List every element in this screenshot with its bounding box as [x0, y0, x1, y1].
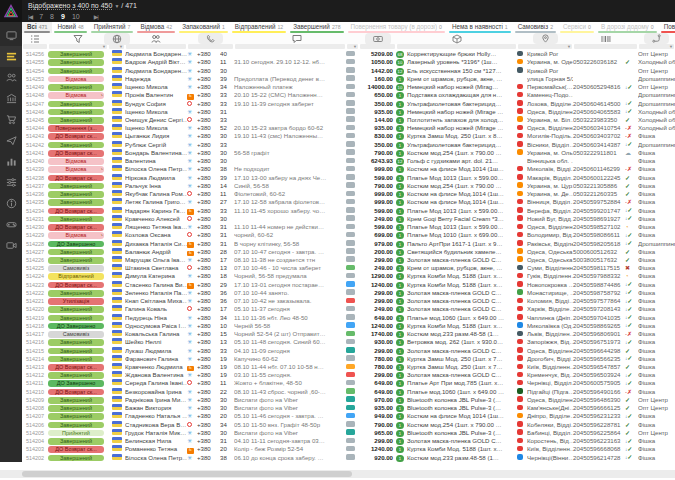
- tracking-number[interactable]: 20450597988332: [573, 272, 625, 280]
- results-range[interactable]: Відображено з 400 по 450▼/ 471: [28, 2, 137, 9]
- tracking-number[interactable]: 20450596225864: [573, 429, 625, 437]
- page-number[interactable]: 8: [50, 13, 54, 20]
- sidebar-item-shipping[interactable]: [0, 130, 22, 151]
- order-row[interactable]: 514212 Завершений◔ Жданова Валентина +38…: [22, 371, 675, 379]
- tracking-number[interactable]: 0503222911801: [573, 149, 625, 157]
- tracking-number[interactable]: 20450596223163: [573, 437, 625, 445]
- sidebar-item-video[interactable]: [0, 235, 22, 256]
- tracking-number[interactable]: 20450601146299: [573, 165, 625, 173]
- order-row[interactable]: 514234 ДО Возврат ск...◔ Надарян Каринэ …: [22, 206, 675, 214]
- order-row[interactable]: 514239 Відмова◔ Білоска Олена Петр… +380…: [22, 165, 675, 173]
- status-tab[interactable]: Новий48: [52, 22, 88, 33]
- tracking-number[interactable]: 20450598869265: [573, 322, 625, 330]
- sidebar-item-finance[interactable]: [0, 88, 22, 109]
- tracking-number[interactable]: 20450596644298: [573, 347, 625, 355]
- sidebar-item-dashboard[interactable]: [0, 25, 22, 46]
- sidebar-item-orders[interactable]: [0, 46, 22, 67]
- tracking-number[interactable]: 20450596566235: [573, 355, 625, 363]
- order-row[interactable]: 514209 Завершений◔ Раднікова Ірина Ми… +…: [22, 396, 675, 404]
- col-header-client[interactable]: [125, 34, 187, 44]
- tracking-number[interactable]: 20450603414387: [573, 141, 625, 149]
- order-row[interactable]: 514211 ДО Завершено◔ Середа Галина Івані…: [22, 379, 675, 387]
- tracking-number[interactable]: 5000600512632: [573, 248, 625, 256]
- tracking-number[interactable]: 20450596806901: [573, 330, 625, 338]
- order-row[interactable]: 514220 Завершений◔ Галина Коваль +380 17…: [22, 305, 675, 313]
- sidebar-item-stats[interactable]: [0, 151, 22, 172]
- status-tab[interactable]: Самовивіз2: [513, 22, 558, 33]
- order-row[interactable]: 514254 Завершений◔ Людмила Бондарен… +38…: [22, 66, 675, 74]
- tracking-number[interactable]: 20450598874486: [573, 281, 625, 289]
- tracking-number[interactable]: 20450600122245: [573, 174, 625, 182]
- order-row[interactable]: 514228 ДО Завершено◔ Дихавка Наталія Си……: [22, 239, 675, 247]
- tracking-number[interactable]: 20450599752884: [573, 198, 625, 206]
- tracking-number[interactable]: 20450596666125: [573, 404, 625, 412]
- tracking-number[interactable]: 0503223983350: [573, 116, 625, 124]
- tracking-number[interactable]: 20450604065583: [573, 108, 625, 116]
- status-tab[interactable]: Повернення товару (в дорозі)0: [346, 22, 447, 33]
- col-header-status[interactable]: [48, 34, 108, 44]
- order-row[interactable]: 514249 Завершений◔ Іщенко Микола +380 34…: [22, 83, 675, 91]
- order-row[interactable]: 514245 Завершений◔ Онищук Денис Сергі… +…: [22, 116, 675, 124]
- sidebar-item-clients[interactable]: [0, 67, 22, 88]
- order-row[interactable]: 514248 Відмова◔ Пронів Валентин +380 33 …: [22, 91, 675, 99]
- order-row[interactable]: 514214 Завершений◔ Фаранович Галина +380…: [22, 355, 675, 363]
- order-row[interactable]: 514242 Завершений◔ Рублюк Сергій +380 33…: [22, 141, 675, 149]
- tracking-number[interactable]: 20450603403702: [573, 132, 625, 140]
- col-header-phone[interactable]: [187, 34, 234, 44]
- sidebar-item-products[interactable]: [0, 109, 22, 130]
- tracking-number[interactable]: 20450599201747: [573, 207, 625, 215]
- sidebar-item-settings[interactable]: [0, 172, 22, 193]
- order-row[interactable]: 514236 Завершений◔ Якубчак Галина Ром… +…: [22, 190, 675, 198]
- tracking-number[interactable]: 20450598527102: [573, 223, 625, 231]
- order-row[interactable]: 514247 Завершений◔ Бундук София +380 33 …: [22, 99, 675, 107]
- tracking-number[interactable]: 20450596486390: [573, 396, 625, 404]
- tracking-number[interactable]: 20450597041035: [573, 314, 625, 322]
- order-row[interactable]: 514223 ДО Возврат ск...◔ Стасенко Галина…: [22, 281, 675, 289]
- scrollbar-thumb[interactable]: [22, 471, 352, 477]
- tracking-number[interactable]: 20450604614500: [573, 100, 625, 108]
- order-row[interactable]: 514215 Завершений◔ Лукаш Людмила +380 33…: [22, 346, 675, 354]
- col-header-country[interactable]: [108, 34, 125, 44]
- order-row[interactable]: 514206 Завершений◔ Стадникова Вера В… +3…: [22, 421, 675, 429]
- tracking-number[interactable]: 0503226036182: [573, 58, 625, 66]
- order-row[interactable]: 514230 ДО Возврат ск...◔ Лященко Тетяна …: [22, 223, 675, 231]
- order-row[interactable]: 514213 ДО Возврат ск...◔ Кравченко Людми…: [22, 363, 675, 371]
- order-row[interactable]: 514216 Завершений◔ Шейко Неллі +380 13 0…: [22, 338, 675, 346]
- col-header-product[interactable]: [396, 34, 517, 44]
- order-row[interactable]: 514253 Відмова◔ Надежда +380 39 Предопла…: [22, 75, 675, 83]
- tracking-number[interactable]: 20450596668068: [573, 445, 625, 453]
- tracking-number[interactable]: 20450597577864: [573, 297, 625, 305]
- range-label[interactable]: Відображено з 400 по 450: [28, 2, 112, 10]
- page-number[interactable]: 7: [39, 13, 43, 20]
- tracking-number[interactable]: 20450596228781: [573, 421, 625, 429]
- tracking-number[interactable]: 20450596490166: [573, 388, 625, 396]
- last-page-icon[interactable]: ▶|: [94, 13, 98, 20]
- order-row[interactable]: 514225 Самовивіз◔ Штакина Светлана +380 …: [22, 264, 675, 272]
- col-header-ttn[interactable]: [573, 34, 638, 44]
- order-row[interactable]: 514222 Завершений◔ Зеленко Наталія Па… +…: [22, 289, 675, 297]
- tracking-number[interactable]: 5003800517632: [573, 256, 625, 264]
- order-row[interactable]: 514255 Завершений◔ Бадров Андрій Вікт… +…: [22, 58, 675, 66]
- col-header-city[interactable]: [517, 34, 573, 44]
- sidebar-item-games[interactable]: [0, 214, 22, 235]
- order-row[interactable]: 514231 Завершений◔ Кравченко Алексей +38…: [22, 215, 675, 223]
- order-row[interactable]: 514205 Прийнятий◔ Грудок Наталія Мик… +3…: [22, 429, 675, 437]
- tracking-number[interactable]: 20450600575905: [573, 379, 625, 387]
- order-row[interactable]: 514219 Завершений◔ Педурець Ніна +380 34…: [22, 314, 675, 322]
- tracking-number[interactable]: 20450596231233: [573, 412, 625, 420]
- app-logo[interactable]: [0, 0, 22, 22]
- sidebar-item-info[interactable]: [0, 193, 22, 214]
- col-header-id[interactable]: [22, 34, 48, 44]
- tracking-number[interactable]: 0503221305886: [573, 182, 625, 190]
- order-row[interactable]: 514237 Завершений◔ Ральчук Інна +380 14 …: [22, 182, 675, 190]
- tracking-number[interactable]: 20450596214728: [573, 454, 625, 462]
- status-tab[interactable]: Повернення (товар)0: [659, 22, 675, 33]
- col-header-channel[interactable]: [638, 34, 675, 44]
- order-row[interactable]: 514204 Завершений◔ Белинская Нила +380 3…: [22, 437, 675, 445]
- tracking-number[interactable]: 20450598117515: [573, 264, 625, 272]
- tracking-number[interactable]: 20450596547857: [573, 363, 625, 371]
- order-row[interactable]: 514240 Відмова◔ Валентина +380 30 6243.9…: [22, 157, 675, 165]
- col-header-comment[interactable]: [234, 34, 359, 44]
- tracking-number[interactable]: 20450598086611: [573, 231, 625, 239]
- order-row[interactable]: 514202 Завершений◔ Білоска Олена Петр… +…: [22, 453, 675, 461]
